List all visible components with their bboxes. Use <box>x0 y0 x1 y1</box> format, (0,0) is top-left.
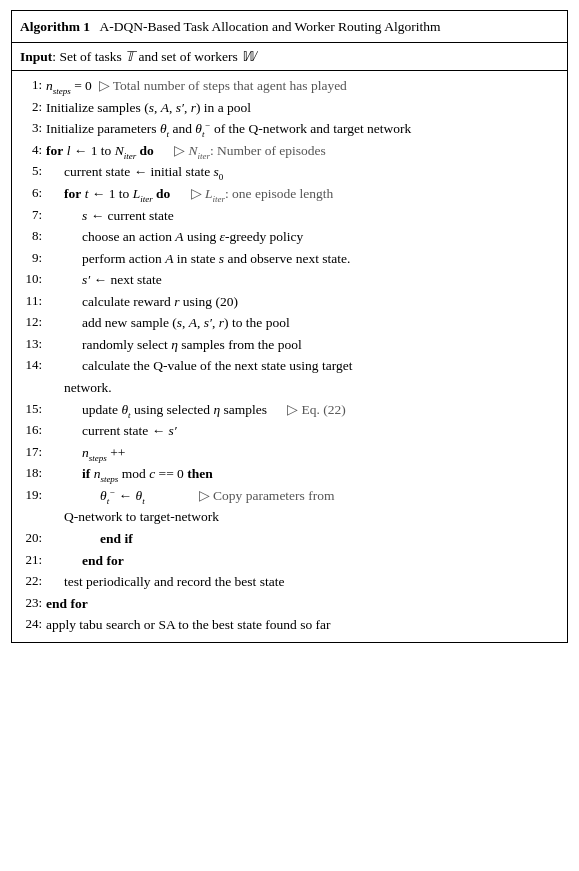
line-content-6: for t ← 1 to Liter do ▷ Liter: one episo… <box>46 184 559 204</box>
line-content-17: nsteps ++ <box>46 443 559 463</box>
line-9: 9: perform action A in state s and obser… <box>12 248 567 270</box>
line-num-2: 2: <box>20 98 42 117</box>
line-content-10: s′ ← next state <box>46 270 559 290</box>
line-num-11: 11: <box>20 292 42 311</box>
line-num-9: 9: <box>20 249 42 268</box>
line-content-22: test periodically and record the best st… <box>46 572 559 592</box>
line-content-20: end if <box>46 529 559 549</box>
line-content-12: add new sample (s, A, s′, r) to the pool <box>46 313 559 333</box>
line-content-16: current state ← s′ <box>46 421 559 441</box>
line-19-cont: Q-network to target-network <box>12 506 567 528</box>
line-content-19: θt− ← θt ▷ Copy parameters from <box>46 486 559 506</box>
line-content-13: randomly select η samples from the pool <box>46 335 559 355</box>
line-22: 22: test periodically and record the bes… <box>12 571 567 593</box>
line-num-13: 13: <box>20 335 42 354</box>
line-7: 7: s ← current state <box>12 205 567 227</box>
line-content-24: apply tabu search or SA to the best stat… <box>46 615 559 635</box>
line-content-23: end for <box>46 594 559 614</box>
line-14: 14: calculate the Q-value of the next st… <box>12 355 567 377</box>
line-num-16: 16: <box>20 421 42 440</box>
line-num-14: 14: <box>20 356 42 375</box>
line-4: 4: for l ← 1 to Niter do ▷ Niter: Number… <box>12 140 567 162</box>
algorithm-label: Algorithm 1 <box>20 19 90 34</box>
line-num-1: 1: <box>20 76 42 95</box>
line-num-17: 17: <box>20 443 42 462</box>
algorithm-body: 1: nsteps = 0 ▷ Total number of steps th… <box>12 71 567 642</box>
line-content-2: Initialize samples (s, A, s′, r) in a po… <box>46 98 559 118</box>
algorithm-title: A-DQN-Based Task Allocation and Worker R… <box>94 19 441 34</box>
line-11: 11: calculate reward r using (20) <box>12 291 567 313</box>
line-16: 16: current state ← s′ <box>12 420 567 442</box>
line-12: 12: add new sample (s, A, s′, r) to the … <box>12 312 567 334</box>
line-18: 18: if nsteps mod c == 0 then <box>12 463 567 485</box>
algorithm-header: Algorithm 1 A-DQN-Based Task Allocation … <box>12 11 567 43</box>
line-num-23: 23: <box>20 594 42 613</box>
line-content-14: calculate the Q-value of the next state … <box>46 356 559 376</box>
line-content-19-cont: Q-network to target-network <box>46 507 559 527</box>
algorithm-input: Input: Set of tasks 𝕋 and set of workers… <box>12 43 567 72</box>
line-5: 5: current state ← initial state s0 <box>12 161 567 183</box>
line-content-9: perform action A in state s and observe … <box>46 249 559 269</box>
algorithm-box: Algorithm 1 A-DQN-Based Task Allocation … <box>11 10 568 643</box>
line-num-24: 24: <box>20 615 42 634</box>
line-num-8: 8: <box>20 227 42 246</box>
line-content-4: for l ← 1 to Niter do ▷ Niter: Number of… <box>46 141 559 161</box>
line-num-20: 20: <box>20 529 42 548</box>
line-num-22: 22: <box>20 572 42 591</box>
line-num-6: 6: <box>20 184 42 203</box>
line-content-5: current state ← initial state s0 <box>46 162 559 182</box>
line-content-15: update θt using selected η samples ▷ Eq.… <box>46 400 559 420</box>
line-num-7: 7: <box>20 206 42 225</box>
line-content-18: if nsteps mod c == 0 then <box>46 464 559 484</box>
line-num-21: 21: <box>20 551 42 570</box>
line-num-5: 5: <box>20 162 42 181</box>
line-3: 3: Initialize parameters θt and θt− of t… <box>12 118 567 140</box>
line-content-11: calculate reward r using (20) <box>46 292 559 312</box>
line-num-19: 19: <box>20 486 42 505</box>
line-13: 13: randomly select η samples from the p… <box>12 334 567 356</box>
line-num-12: 12: <box>20 313 42 332</box>
line-2: 2: Initialize samples (s, A, s′, r) in a… <box>12 97 567 119</box>
line-content-14-cont: network. <box>46 378 559 398</box>
line-17: 17: nsteps ++ <box>12 442 567 464</box>
line-num-15: 15: <box>20 400 42 419</box>
line-content-7: s ← current state <box>46 206 559 226</box>
input-label: Input <box>20 49 52 64</box>
line-num-10: 10: <box>20 270 42 289</box>
line-20: 20: end if <box>12 528 567 550</box>
line-num-4: 4: <box>20 141 42 160</box>
line-15: 15: update θt using selected η samples ▷… <box>12 399 567 421</box>
line-14-cont: network. <box>12 377 567 399</box>
line-num-18: 18: <box>20 464 42 483</box>
line-content-21: end for <box>46 551 559 571</box>
line-6: 6: for t ← 1 to Liter do ▷ Liter: one ep… <box>12 183 567 205</box>
line-21: 21: end for <box>12 550 567 572</box>
line-content-1: nsteps = 0 ▷ Total number of steps that … <box>46 76 559 96</box>
input-colon: : Set of tasks 𝕋 and set of workers 𝕎 <box>52 49 256 64</box>
line-19: 19: θt− ← θt ▷ Copy parameters from <box>12 485 567 507</box>
line-10: 10: s′ ← next state <box>12 269 567 291</box>
line-23: 23: end for <box>12 593 567 615</box>
line-24: 24: apply tabu search or SA to the best … <box>12 614 567 636</box>
line-num-3: 3: <box>20 119 42 138</box>
line-1: 1: nsteps = 0 ▷ Total number of steps th… <box>12 75 567 97</box>
line-8: 8: choose an action A using ε-greedy pol… <box>12 226 567 248</box>
line-content-8: choose an action A using ε-greedy policy <box>46 227 559 247</box>
line-content-3: Initialize parameters θt and θt− of the … <box>46 119 559 139</box>
